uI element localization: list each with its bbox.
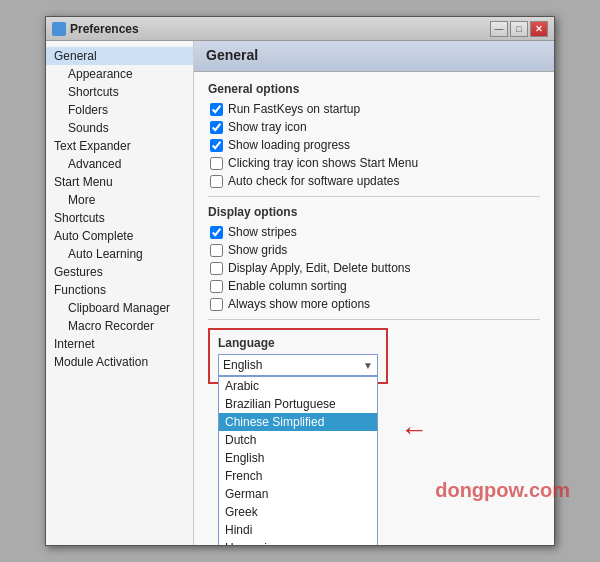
checkbox-display-buttons[interactable] xyxy=(210,262,223,275)
main-panel: General General options Run FastKeys on … xyxy=(194,41,554,545)
checkbox-row-grids: Show grids xyxy=(208,243,540,257)
title-bar-left: Preferences xyxy=(52,22,139,36)
lang-brazilian-portuguese[interactable]: Brazilian Portuguese xyxy=(219,395,377,413)
sidebar-item-gestures[interactable]: Gestures xyxy=(46,263,193,281)
language-selected-value: English xyxy=(223,358,262,372)
main-header: General xyxy=(194,41,554,72)
checkbox-stripes[interactable] xyxy=(210,226,223,239)
label-more-options: Always show more options xyxy=(228,297,370,311)
label-show-loading: Show loading progress xyxy=(228,138,350,152)
main-header-title: General xyxy=(206,47,258,63)
checkbox-tray-start[interactable] xyxy=(210,157,223,170)
label-stripes: Show stripes xyxy=(228,225,297,239)
title-buttons: — □ ✕ xyxy=(490,21,548,37)
sidebar-item-folders[interactable]: Folders xyxy=(46,101,193,119)
settings-content: General options Run FastKeys on startup … xyxy=(194,72,554,545)
checkbox-row-stripes: Show stripes xyxy=(208,225,540,239)
label-auto-check: Auto check for software updates xyxy=(228,174,399,188)
language-label: Language xyxy=(218,336,378,350)
app-icon xyxy=(52,22,66,36)
label-display-buttons: Display Apply, Edit, Delete buttons xyxy=(228,261,411,275)
checkbox-row-sorting: Enable column sorting xyxy=(208,279,540,293)
label-tray-start: Clicking tray icon shows Start Menu xyxy=(228,156,418,170)
label-grids: Show grids xyxy=(228,243,287,257)
language-select[interactable]: English ▼ xyxy=(218,354,378,376)
sidebar-item-start-menu[interactable]: Start Menu xyxy=(46,173,193,191)
sidebar-item-text-expander[interactable]: Text Expander xyxy=(46,137,193,155)
checkbox-more-options[interactable] xyxy=(210,298,223,311)
dropdown-arrow-icon: ▼ xyxy=(363,360,373,371)
checkbox-row-tray-start: Clicking tray icon shows Start Menu xyxy=(208,156,540,170)
checkbox-row-show-tray: Show tray icon xyxy=(208,120,540,134)
label-sorting: Enable column sorting xyxy=(228,279,347,293)
checkbox-row-auto-check: Auto check for software updates xyxy=(208,174,540,188)
preferences-window: Preferences — □ ✕ GeneralAppearanceShort… xyxy=(45,16,555,546)
sidebar-item-internet[interactable]: Internet xyxy=(46,335,193,353)
label-run-fastkeys: Run FastKeys on startup xyxy=(228,102,360,116)
general-options-title: General options xyxy=(208,82,540,96)
main-content-area: GeneralAppearanceShortcutsFoldersSoundsT… xyxy=(46,41,554,545)
sidebar-item-auto-complete[interactable]: Auto Complete xyxy=(46,227,193,245)
minimize-button[interactable]: — xyxy=(490,21,508,37)
checkbox-row-show-loading: Show loading progress xyxy=(208,138,540,152)
lang-greek[interactable]: Greek xyxy=(219,503,377,521)
sidebar-item-functions[interactable]: Functions xyxy=(46,281,193,299)
lang-english[interactable]: English xyxy=(219,449,377,467)
sidebar-item-module-activation[interactable]: Module Activation xyxy=(46,353,193,371)
language-box: Language English ▼ Arabic Brazilian Port… xyxy=(208,328,388,384)
sidebar-item-appearance[interactable]: Appearance xyxy=(46,65,193,83)
checkbox-row-more-options: Always show more options xyxy=(208,297,540,311)
sidebar-item-more[interactable]: More xyxy=(46,191,193,209)
label-show-tray: Show tray icon xyxy=(228,120,307,134)
maximize-button[interactable]: □ xyxy=(510,21,528,37)
sidebar-item-general[interactable]: General xyxy=(46,47,193,65)
lang-hindi[interactable]: Hindi xyxy=(219,521,377,539)
window-title: Preferences xyxy=(70,22,139,36)
sidebar: GeneralAppearanceShortcutsFoldersSoundsT… xyxy=(46,41,194,545)
lang-dutch[interactable]: Dutch xyxy=(219,431,377,449)
lang-chinese-simplified[interactable]: Chinese Simplified xyxy=(219,413,377,431)
divider2 xyxy=(208,319,540,320)
checkbox-run-fastkeys[interactable] xyxy=(210,103,223,116)
arrow-pointer-icon: ← xyxy=(400,414,428,446)
language-dropdown-list: Arabic Brazilian Portuguese Chinese Simp… xyxy=(218,376,378,545)
lang-french[interactable]: French xyxy=(219,467,377,485)
lang-german[interactable]: German xyxy=(219,485,377,503)
checkbox-row-run-fastkeys: Run FastKeys on startup xyxy=(208,102,540,116)
checkbox-show-loading[interactable] xyxy=(210,139,223,152)
lang-arabic[interactable]: Arabic xyxy=(219,377,377,395)
divider1 xyxy=(208,196,540,197)
language-section: Language English ▼ Arabic Brazilian Port… xyxy=(208,328,540,384)
language-dropdown-wrapper: English ▼ Arabic Brazilian Portuguese Ch… xyxy=(218,354,378,376)
close-button[interactable]: ✕ xyxy=(530,21,548,37)
title-bar: Preferences — □ ✕ xyxy=(46,17,554,41)
sidebar-item-advanced[interactable]: Advanced xyxy=(46,155,193,173)
sidebar-item-auto-learning[interactable]: Auto Learning xyxy=(46,245,193,263)
checkbox-sorting[interactable] xyxy=(210,280,223,293)
checkbox-row-display-buttons: Display Apply, Edit, Delete buttons xyxy=(208,261,540,275)
display-options-title: Display options xyxy=(208,205,540,219)
checkbox-auto-check[interactable] xyxy=(210,175,223,188)
lang-hungarian[interactable]: Hungarian xyxy=(219,539,377,545)
sidebar-item-sounds[interactable]: Sounds xyxy=(46,119,193,137)
sidebar-item-clipboard-manager[interactable]: Clipboard Manager xyxy=(46,299,193,317)
checkbox-show-tray[interactable] xyxy=(210,121,223,134)
sidebar-item-macro-recorder[interactable]: Macro Recorder xyxy=(46,317,193,335)
sidebar-item-shortcuts[interactable]: Shortcuts xyxy=(46,83,193,101)
checkbox-grids[interactable] xyxy=(210,244,223,257)
sidebar-item-shortcuts2[interactable]: Shortcuts xyxy=(46,209,193,227)
